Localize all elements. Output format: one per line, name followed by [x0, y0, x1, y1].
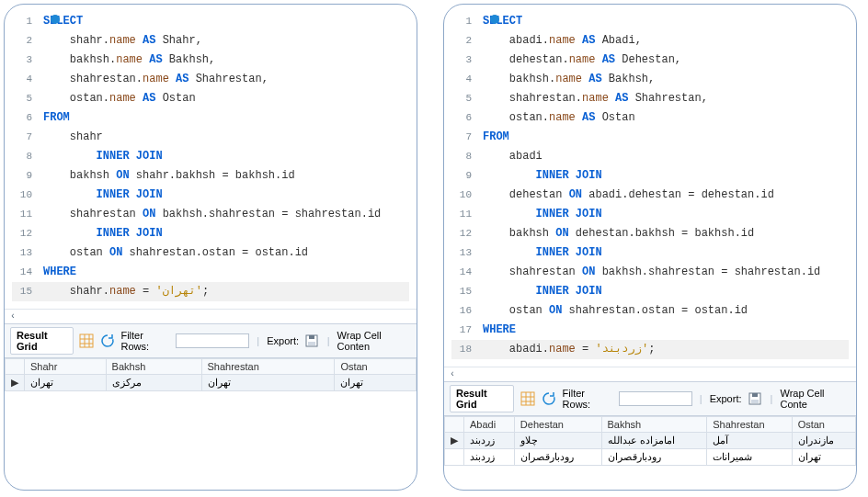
code-text[interactable]: bakhsh.name AS Bakhsh,: [43, 51, 215, 70]
editor-hscroll[interactable]: ‹: [5, 309, 417, 323]
code-text[interactable]: INNER JOIN: [483, 205, 602, 224]
row-selector[interactable]: ▶: [6, 375, 25, 391]
code-line[interactable]: 18 abadi.name = 'زردبند';: [451, 340, 849, 359]
code-text[interactable]: shahrestan ON bakhsh.shahrestan = shahre…: [483, 263, 820, 282]
code-text[interactable]: ostan ON shahrestan.ostan = ostan.id: [483, 301, 748, 321]
table-row[interactable]: زردبندرودبارقصرانرودبارقصرانشمیراناتتهرا…: [445, 449, 856, 466]
column-header[interactable]: Bakhsh: [601, 417, 707, 433]
row-selector[interactable]: ▶: [445, 433, 464, 449]
cell[interactable]: تهران: [792, 449, 855, 466]
code-line[interactable]: 15 shahr.name = 'تهران';: [12, 282, 409, 301]
code-line[interactable]: 5 shahrestan.name AS Shahrestan,: [451, 89, 849, 108]
code-text[interactable]: SELECT: [483, 12, 522, 31]
refresh-icon[interactable]: [541, 390, 556, 407]
editor-hscroll[interactable]: ‹: [444, 367, 856, 381]
code-text[interactable]: shahr.name = 'تهران';: [43, 282, 209, 301]
refresh-icon[interactable]: [100, 333, 116, 349]
cell[interactable]: زردبند: [464, 433, 515, 449]
result-grid-left[interactable]: ShahrBakhshShahrestanOstan▶تهرانمرکزیتهر…: [5, 358, 417, 391]
sql-editor-right[interactable]: 1SELECT2 abadi.name AS Abadi,3 dehestan.…: [444, 10, 856, 365]
code-line[interactable]: 17WHERE: [451, 321, 849, 340]
code-line[interactable]: 8 INNER JOIN: [12, 147, 409, 166]
code-text[interactable]: abadi.name AS Abadi,: [483, 31, 642, 51]
code-line[interactable]: 7 shahr: [12, 128, 409, 147]
code-text[interactable]: WHERE: [43, 263, 76, 282]
cell[interactable]: تهران: [201, 375, 335, 391]
table-row[interactable]: ▶زردبندچلاوامامزاده عبداللهآملمازندران: [445, 433, 856, 449]
cell[interactable]: زردبند: [464, 449, 515, 466]
column-header[interactable]: Ostan: [335, 359, 417, 375]
code-line[interactable]: 4 shahrestan.name AS Shahrestan,: [12, 70, 409, 89]
code-line[interactable]: 13 INNER JOIN: [451, 243, 849, 263]
code-line[interactable]: 7FROM: [451, 128, 849, 147]
cell[interactable]: آمل: [707, 433, 792, 449]
code-line[interactable]: 15 INNER JOIN: [451, 282, 849, 301]
cell[interactable]: رودبارقصران: [601, 449, 707, 466]
code-text[interactable]: abadi: [483, 147, 542, 166]
code-line[interactable]: 1SELECT: [12, 12, 409, 31]
code-text[interactable]: dehestan.name AS Dehestan,: [483, 51, 681, 70]
code-line[interactable]: 14 shahrestan ON bakhsh.shahrestan = sha…: [451, 263, 849, 282]
code-line[interactable]: 6FROM: [12, 108, 409, 128]
code-line[interactable]: 9 bakhsh ON shahr.bakhsh = bakhsh.id: [12, 166, 409, 186]
result-grid-right[interactable]: AbadiDehestanBakhshShahrestanOstan▶زردبن…: [444, 416, 856, 466]
sql-editor-left[interactable]: 1SELECT2 shahr.name AS Shahr,3 bakhsh.na…: [5, 10, 417, 307]
cell[interactable]: چلاو: [514, 433, 601, 449]
export-disk-icon[interactable]: [304, 333, 320, 349]
column-header[interactable]: Shahr: [25, 359, 107, 375]
scroll-track[interactable]: [459, 369, 856, 380]
scroll-left-icon[interactable]: ‹: [6, 311, 19, 323]
grid-icon[interactable]: [79, 333, 95, 349]
table-row[interactable]: ▶تهرانمرکزیتهرانتهران: [6, 375, 417, 391]
code-text[interactable]: shahr: [43, 128, 103, 147]
filter-rows-input[interactable]: [619, 391, 692, 406]
code-text[interactable]: abadi.name = 'زردبند';: [483, 340, 655, 359]
code-text[interactable]: FROM: [483, 128, 509, 147]
cell[interactable]: تهران: [25, 375, 107, 391]
scroll-left-icon[interactable]: ‹: [446, 368, 459, 381]
row-selector[interactable]: [445, 449, 464, 466]
code-line[interactable]: 8 abadi: [451, 147, 849, 166]
result-grid-tab[interactable]: Result Grid: [450, 385, 514, 412]
code-line[interactable]: 14WHERE: [12, 263, 409, 282]
code-text[interactable]: INNER JOIN: [43, 147, 163, 166]
code-line[interactable]: 10 INNER JOIN: [12, 186, 409, 205]
code-line[interactable]: 16 ostan ON shahrestan.ostan = ostan.id: [451, 301, 849, 321]
code-text[interactable]: ostan.name AS Ostan: [43, 89, 196, 108]
result-grid-tab[interactable]: Result Grid: [10, 327, 74, 355]
code-text[interactable]: bakhsh ON shahr.bakhsh = bakhsh.id: [43, 166, 295, 186]
column-header[interactable]: Shahrestan: [201, 359, 335, 375]
cell[interactable]: امامزاده عبدالله: [601, 433, 707, 449]
export-disk-icon[interactable]: [748, 390, 763, 407]
code-text[interactable]: shahrestan.name AS Shahrestan,: [43, 70, 268, 89]
cell[interactable]: تهران: [335, 375, 417, 391]
code-text[interactable]: INNER JOIN: [43, 186, 163, 205]
column-header[interactable]: Abadi: [464, 417, 515, 433]
code-text[interactable]: ostan.name AS Ostan: [483, 108, 635, 128]
code-text[interactable]: INNER JOIN: [43, 224, 163, 243]
code-text[interactable]: INNER JOIN: [483, 243, 602, 263]
code-text[interactable]: shahrestan ON bakhsh.shahrestan = shahre…: [43, 205, 381, 224]
column-header[interactable]: Shahrestan: [707, 417, 792, 433]
code-line[interactable]: 11 INNER JOIN: [451, 205, 849, 224]
code-line[interactable]: 9 INNER JOIN: [451, 166, 849, 186]
column-header[interactable]: Dehestan: [514, 417, 601, 433]
filter-rows-input[interactable]: [176, 333, 249, 348]
code-text[interactable]: FROM: [43, 108, 70, 128]
code-text[interactable]: bakhsh.name AS Bakhsh,: [483, 70, 655, 89]
code-text[interactable]: shahr.name AS Shahr,: [43, 31, 202, 51]
code-text[interactable]: WHERE: [483, 321, 516, 340]
grid-icon[interactable]: [520, 390, 535, 407]
cell[interactable]: رودبارقصران: [514, 449, 601, 466]
code-line[interactable]: 10 dehestan ON abadi.dehestan = dehestan…: [451, 186, 849, 205]
code-line[interactable]: 1SELECT: [451, 12, 849, 31]
wrap-cell-button[interactable]: Wrap Cell Conten: [337, 330, 411, 352]
column-header[interactable]: Bakhsh: [106, 359, 201, 375]
cell[interactable]: مازندران: [792, 433, 855, 449]
scroll-track[interactable]: [19, 311, 417, 322]
code-text[interactable]: INNER JOIN: [483, 166, 602, 186]
code-line[interactable]: 2 abadi.name AS Abadi,: [451, 31, 849, 51]
code-line[interactable]: 4 bakhsh.name AS Bakhsh,: [451, 70, 849, 89]
code-line[interactable]: 12 INNER JOIN: [12, 224, 409, 243]
code-line[interactable]: 3 dehestan.name AS Dehestan,: [451, 51, 849, 70]
